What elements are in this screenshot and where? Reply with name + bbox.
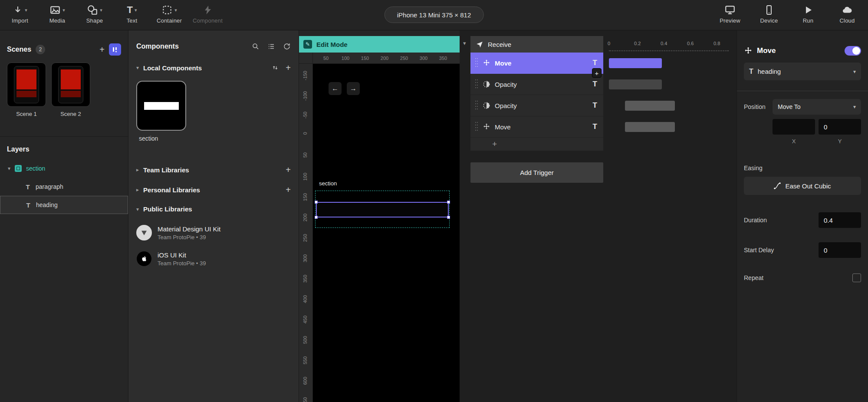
- opacity-icon: [483, 102, 490, 109]
- resize-handle[interactable]: [315, 216, 318, 219]
- canvas-options-caret-icon[interactable]: ▾: [463, 40, 466, 46]
- layers-title: Layers: [7, 145, 30, 153]
- drag-handle[interactable]: [475, 57, 478, 69]
- component-button: Component: [193, 3, 223, 24]
- target-type-badge: T: [593, 80, 597, 89]
- layer-item-section[interactable]: ▾ section: [0, 159, 128, 178]
- canvas-viewport[interactable]: ← → section: [313, 64, 460, 402]
- timeline-bar-selected[interactable]: [609, 58, 662, 68]
- layer-item-paragraph[interactable]: T paragraph: [0, 178, 128, 196]
- edit-mode-banner[interactable]: ✎ Edit Mode: [299, 36, 460, 53]
- component-thumbnail-section[interactable]: [136, 81, 186, 131]
- device-selector[interactable]: iPhone 13 Mini 375 × 812: [385, 7, 484, 23]
- add-personal-library-button[interactable]: +: [286, 185, 291, 194]
- move-icon: [483, 59, 490, 67]
- layer-item-heading[interactable]: T heading: [0, 196, 128, 214]
- cloud-button[interactable]: Cloud: [833, 3, 861, 24]
- add-trigger-button[interactable]: Add Trigger: [470, 162, 603, 183]
- easing-selector[interactable]: Ease Out Cubic: [744, 177, 861, 195]
- library-item-ios[interactable]: iOS UI Kit Team ProtoPie • 39: [136, 251, 299, 267]
- local-components-section[interactable]: ▾ Local Components +: [128, 63, 299, 72]
- start-delay-input[interactable]: 0: [819, 242, 861, 258]
- scenes-count-badge: 2: [36, 45, 45, 54]
- timeline-bar[interactable]: [625, 101, 675, 111]
- layer-label: section: [26, 165, 45, 172]
- duration-input[interactable]: 0.4: [819, 212, 861, 228]
- move-icon: [744, 46, 753, 55]
- public-libraries-section[interactable]: ▾ Public Libraries: [128, 205, 299, 213]
- y-input[interactable]: 0: [819, 119, 861, 135]
- ruler-label: 150: [361, 56, 369, 61]
- resize-handle[interactable]: [447, 216, 450, 219]
- position-mode-dropdown[interactable]: Move To ▾: [773, 99, 861, 115]
- team-libraries-section[interactable]: ▸ Team Libraries +: [128, 165, 299, 174]
- chevron-down-icon: ▾: [136, 65, 139, 71]
- shape-button[interactable]: ▾ Shape: [81, 3, 108, 24]
- insert-response-button[interactable]: +: [592, 68, 602, 78]
- container-button[interactable]: ▾ Container: [155, 3, 183, 24]
- repeat-checkbox[interactable]: [852, 273, 861, 282]
- refresh-icon[interactable]: [283, 43, 291, 50]
- drag-handle[interactable]: [475, 100, 478, 111]
- timeline-bar[interactable]: [609, 79, 662, 89]
- receive-trigger-header[interactable]: Receive: [470, 36, 603, 53]
- list-view-icon[interactable]: [267, 43, 275, 50]
- response-item-move-2[interactable]: Move T: [470, 116, 603, 138]
- personal-libraries-label: Personal Libraries: [143, 186, 200, 194]
- timeline-tick-label: 0: [608, 41, 610, 46]
- resize-handle[interactable]: [447, 201, 450, 204]
- scene-view-toggle-button[interactable]: [109, 43, 121, 56]
- ruler-label: -150: [302, 71, 308, 80]
- sort-icon[interactable]: [272, 64, 279, 71]
- timeline-bar[interactable]: [625, 122, 675, 132]
- preview-label: Preview: [720, 17, 740, 24]
- scene-item-2[interactable]: Scene 2: [51, 63, 90, 117]
- x-input[interactable]: [773, 119, 815, 135]
- target-type-badge: T: [593, 59, 597, 67]
- chevron-down-icon[interactable]: ▾: [8, 165, 10, 171]
- ruler-label: 400: [302, 295, 308, 303]
- cloud-label: Cloud: [840, 17, 855, 24]
- preview-button[interactable]: Preview: [716, 3, 744, 24]
- chevron-right-icon: ▸: [136, 187, 139, 193]
- target-layer-dropdown[interactable]: T heading ▾: [744, 63, 861, 80]
- response-item-move-1[interactable]: Move T: [470, 53, 603, 74]
- response-title: Move: [757, 46, 776, 55]
- run-button[interactable]: Run: [794, 3, 822, 24]
- add-response-button[interactable]: +: [470, 138, 603, 151]
- media-button[interactable]: ▾ Media: [43, 3, 71, 24]
- ruler-label: 450: [302, 316, 308, 323]
- scene-item-1[interactable]: Scene 1: [7, 63, 46, 117]
- response-item-opacity-1[interactable]: Opacity T: [470, 74, 603, 95]
- response-label: Opacity: [495, 81, 517, 88]
- shape-icon: [87, 4, 98, 16]
- trigger-header-label: Receive: [488, 41, 511, 48]
- scene-thumbnail[interactable]: [51, 63, 90, 107]
- add-component-button[interactable]: +: [286, 63, 291, 72]
- ruler-label: 350: [439, 56, 447, 61]
- drag-handle[interactable]: [475, 79, 478, 90]
- response-enabled-toggle[interactable]: [845, 46, 861, 56]
- add-scene-button[interactable]: +: [99, 45, 105, 54]
- ruler-label: 50: [302, 152, 308, 158]
- scenes-title: Scenes: [7, 46, 31, 53]
- receive-icon: [476, 40, 483, 48]
- text-button[interactable]: T ▾ Text: [118, 3, 146, 24]
- device-button[interactable]: Device: [755, 3, 783, 24]
- selected-heading-element[interactable]: [316, 202, 449, 217]
- component-label: Component: [193, 17, 223, 24]
- back-button[interactable]: ←: [329, 82, 342, 95]
- drag-handle[interactable]: [475, 121, 478, 132]
- container-layer-icon: [15, 165, 22, 172]
- search-icon[interactable]: [252, 43, 260, 50]
- library-item-material[interactable]: Material Design UI Kit Team ProtoPie • 3…: [136, 225, 299, 241]
- resize-handle[interactable]: [315, 201, 318, 204]
- add-team-library-button[interactable]: +: [286, 165, 291, 174]
- import-button[interactable]: ▾ Import: [6, 3, 34, 24]
- scene-thumbnail[interactable]: [7, 63, 46, 107]
- forward-button[interactable]: →: [347, 82, 360, 95]
- chevron-down-icon: ▾: [62, 4, 65, 16]
- response-item-opacity-2[interactable]: Opacity T: [470, 95, 603, 116]
- scenes-layers-panel: Scenes 2 + Scene 1 Scene 2: [0, 30, 128, 402]
- personal-libraries-section[interactable]: ▸ Personal Libraries +: [128, 185, 299, 194]
